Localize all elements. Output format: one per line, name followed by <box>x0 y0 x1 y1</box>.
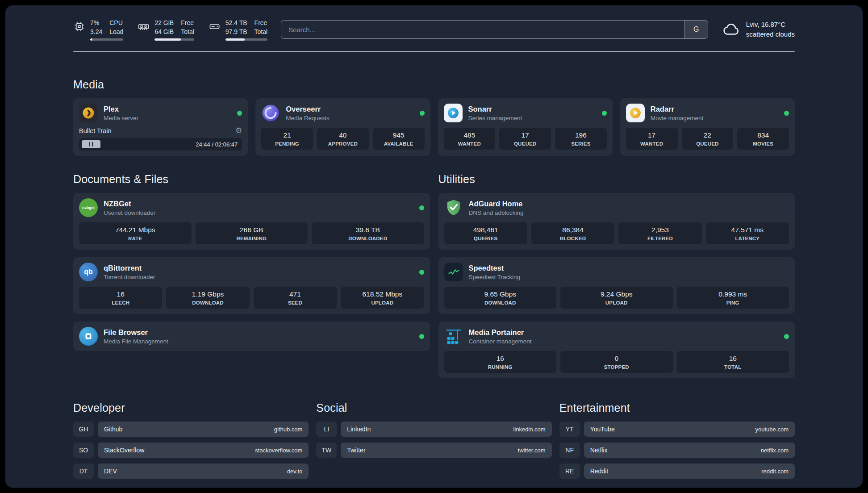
bookmark-abbr: RE <box>559 464 580 479</box>
search-input[interactable] <box>281 21 684 38</box>
stat-value: 16 <box>81 290 160 298</box>
stat-label: PENDING <box>263 141 311 146</box>
weather-location: Lviv, 16.87°C <box>746 20 795 29</box>
disk-icon <box>209 21 221 41</box>
stat-value: 834 <box>739 131 787 139</box>
service-card-portainer[interactable]: Media Portainer Container management 16 … <box>438 322 795 378</box>
stat-block: 9.65 Gbps DOWNLOAD <box>444 287 557 309</box>
header-divider <box>73 51 795 52</box>
player-time: 24:44 / 02:06:47 <box>196 141 238 148</box>
bookmark-twitter[interactable]: TW Twitter twitter.com <box>316 443 551 458</box>
stat-label: SERIES <box>557 141 605 146</box>
service-card-qbittorrent[interactable]: qb qBittorrent Torrent downloader 16 LEE… <box>73 257 430 314</box>
disk-free-label: Free <box>255 19 268 28</box>
radarr-icon <box>626 104 645 122</box>
status-dot <box>602 111 607 116</box>
service-desc: Media server <box>104 115 138 121</box>
top-bar: 7% 3.24 CPU Load <box>73 19 795 41</box>
bookmark-abbr: NF <box>559 443 580 458</box>
status-dot <box>419 334 424 339</box>
stat-label: QUERIES <box>446 236 526 241</box>
stat-value: 86,384 <box>533 226 613 234</box>
stat-block: 834 MOVIES <box>737 128 789 150</box>
stat-label: WANTED <box>628 141 676 146</box>
stat-value: 266 GB <box>197 226 306 234</box>
stat-block: 9.24 Gbps UPLOAD <box>560 287 673 309</box>
stat-value: 2,953 <box>620 226 700 234</box>
bookmark-stackoverflow[interactable]: SO StackOverflow stackoverflow.com <box>73 443 309 458</box>
stat-value: 21 <box>263 131 311 139</box>
stat-label: RUNNING <box>446 364 555 370</box>
service-desc: Media Requests <box>286 115 330 121</box>
stat-label: REMAINING <box>197 236 306 241</box>
stat-block: 0 STOPPED <box>560 351 673 373</box>
service-name: Plex <box>104 105 138 113</box>
memory-free: 22 GiB <box>154 19 174 28</box>
stat-label: APPROVED <box>319 141 367 146</box>
section-entertainment: Entertainment YT YouTube youtube.com NF … <box>559 401 795 479</box>
section-social: Social LI LinkedIn linkedin.com TW Twitt… <box>316 401 551 458</box>
player-progress-strip: 24:44 / 02:06:47 <box>79 138 242 150</box>
stat-value: 744.21 Mbps <box>81 226 190 234</box>
gear-icon[interactable]: ⚙ <box>235 127 242 134</box>
filebrowser-icon <box>79 327 98 346</box>
bookmark-name: DEV <box>104 468 117 475</box>
stat-block: 21 PENDING <box>261 128 313 150</box>
service-card-speedtest[interactable]: Speedtest Speedtest Tracking 9.65 Gbps D… <box>438 257 795 314</box>
bookmark-github[interactable]: GH Github github.com <box>73 422 309 437</box>
bookmark-url: twitter.com <box>518 447 546 454</box>
bookmark-reddit[interactable]: RE Reddit reddit.com <box>559 464 795 479</box>
service-card-adguard[interactable]: AdGuard Home DNS and adblocking 498,461 … <box>438 193 795 250</box>
plex-icon <box>79 104 98 122</box>
bookmark-name: Twitter <box>347 447 365 454</box>
bookmark-linkedin[interactable]: LI LinkedIn linkedin.com <box>316 422 551 437</box>
stat-block: 16 LEECH <box>79 287 162 309</box>
section-developer: Developer GH Github github.com SO StackO… <box>73 401 309 479</box>
section-media: Media <box>73 78 795 156</box>
bookmark-url: youtube.com <box>755 426 789 433</box>
memory-free-label: Free <box>181 19 194 28</box>
bookmark-netflix[interactable]: NF Netflix netflix.com <box>559 443 795 458</box>
stat-value: 498,461 <box>446 226 526 234</box>
memory-total: 64 GiB <box>154 28 174 37</box>
service-card-nzbget[interactable]: nzbget NZBGet Usenet downloader 744.21 M… <box>73 193 430 250</box>
service-name: AdGuard Home <box>469 200 524 208</box>
stat-block: 40 APPROVED <box>317 128 369 150</box>
bookmark-url: github.com <box>274 426 303 433</box>
bookmark-abbr: GH <box>73 422 94 437</box>
stat-block: 47.571 ms LATENCY <box>706 222 789 244</box>
stat-block: 498,461 QUERIES <box>444 222 527 244</box>
memory-widget: 22 GiB 64 GiB Free Total <box>138 19 194 41</box>
service-card-overseerr[interactable]: Overseerr Media Requests 21 PENDING 40 A… <box>255 98 430 156</box>
service-card-filebrowser[interactable]: File Browser Media File Management <box>73 322 430 351</box>
search-provider-button[interactable]: G <box>684 21 708 38</box>
stat-value: 196 <box>557 131 605 139</box>
service-name: Media Portainer <box>469 328 532 337</box>
service-card-plex[interactable]: Plex Media server Bullet Train ⚙ 24:44 <box>73 98 248 156</box>
resource-widgets: 7% 3.24 CPU Load <box>73 19 267 41</box>
service-name: File Browser <box>104 328 168 337</box>
stat-label: UPLOAD <box>342 300 422 305</box>
cloud-icon <box>722 20 740 39</box>
stat-value: 9.65 Gbps <box>446 290 555 298</box>
service-card-radarr[interactable]: Radarr Movie management 17 WANTED 22 QUE… <box>620 98 795 156</box>
bookmark-abbr: TW <box>316 443 337 458</box>
service-name: qBittorrent <box>104 264 155 272</box>
nzbget-icon: nzbget <box>79 198 98 217</box>
bookmark-url: linkedin.com <box>513 426 545 433</box>
section-utilities: Utilities <box>438 173 795 378</box>
stat-value: 40 <box>319 131 367 139</box>
service-desc: Movie management <box>651 115 704 121</box>
bookmark-dev[interactable]: DT DEV dev.to <box>73 464 309 479</box>
stat-block: 266 GB REMAINING <box>196 222 308 244</box>
cpu-icon <box>73 21 85 41</box>
stat-value: 17 <box>501 131 549 139</box>
stat-block: 39.6 TB DOWNLOADED <box>312 222 424 244</box>
pause-button[interactable] <box>82 140 100 148</box>
bookmark-abbr: DT <box>73 464 94 479</box>
service-desc: DNS and adblocking <box>469 209 524 216</box>
service-card-sonarr[interactable]: Sonarr Series management 485 WANTED 17 Q… <box>438 98 613 156</box>
bookmark-youtube[interactable]: YT YouTube youtube.com <box>559 422 795 437</box>
stat-label: LATENCY <box>708 236 787 241</box>
service-desc: Media File Management <box>104 338 168 345</box>
